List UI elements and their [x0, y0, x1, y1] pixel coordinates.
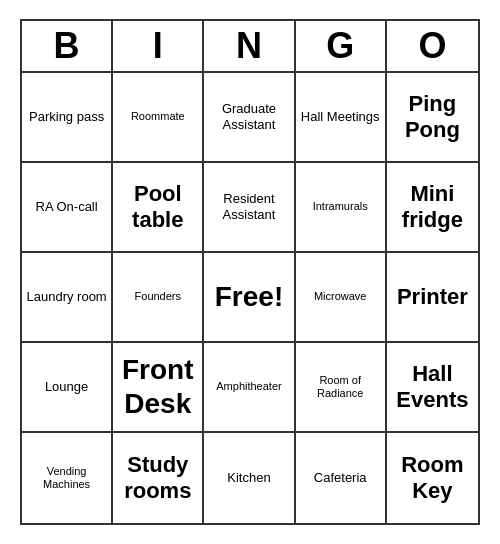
bingo-cell: RA On-call	[22, 163, 113, 253]
cell-text: Resident Assistant	[208, 191, 289, 222]
cell-text: Roommate	[131, 110, 185, 123]
bingo-cell: Roommate	[113, 73, 204, 163]
bingo-cell: Lounge	[22, 343, 113, 433]
bingo-cell: Laundry room	[22, 253, 113, 343]
cell-text: Study rooms	[117, 452, 198, 505]
bingo-cell: Front Desk	[113, 343, 204, 433]
bingo-cell: Intramurals	[296, 163, 387, 253]
bingo-cell: Room of Radiance	[296, 343, 387, 433]
header-letter: I	[113, 21, 204, 71]
bingo-cell: Amphitheater	[204, 343, 295, 433]
header-letter: O	[387, 21, 478, 71]
bingo-header: BINGO	[22, 21, 478, 73]
cell-text: Kitchen	[227, 470, 270, 486]
bingo-cell: Kitchen	[204, 433, 295, 523]
cell-text: Mini fridge	[391, 181, 474, 234]
bingo-cell: Hall Meetings	[296, 73, 387, 163]
cell-text: Intramurals	[313, 200, 368, 213]
bingo-cell: Study rooms	[113, 433, 204, 523]
bingo-cell: Hall Events	[387, 343, 478, 433]
cell-text: Founders	[135, 290, 181, 303]
cell-text: Hall Events	[391, 361, 474, 414]
cell-text: Printer	[397, 284, 468, 310]
bingo-cell: Resident Assistant	[204, 163, 295, 253]
bingo-cell: Cafeteria	[296, 433, 387, 523]
bingo-grid: Parking passRoommateGraduate AssistantHa…	[22, 73, 478, 523]
header-letter: G	[296, 21, 387, 71]
bingo-cell: Parking pass	[22, 73, 113, 163]
cell-text: Parking pass	[29, 109, 104, 125]
cell-text: Graduate Assistant	[208, 101, 289, 132]
bingo-cell: Printer	[387, 253, 478, 343]
bingo-cell: Graduate Assistant	[204, 73, 295, 163]
header-letter: N	[204, 21, 295, 71]
cell-text: Room Key	[391, 452, 474, 505]
bingo-cell: Free!	[204, 253, 295, 343]
cell-text: Room of Radiance	[300, 374, 381, 400]
cell-text: Laundry room	[26, 289, 106, 305]
bingo-cell: Pool table	[113, 163, 204, 253]
bingo-card: BINGO Parking passRoommateGraduate Assis…	[20, 19, 480, 525]
cell-text: Front Desk	[117, 353, 198, 420]
cell-text: Hall Meetings	[301, 109, 380, 125]
bingo-cell: Founders	[113, 253, 204, 343]
bingo-cell: Mini fridge	[387, 163, 478, 253]
cell-text: Ping Pong	[391, 91, 474, 144]
cell-text: Lounge	[45, 379, 88, 395]
cell-text: Microwave	[314, 290, 367, 303]
cell-text: Vending Machines	[26, 465, 107, 491]
header-letter: B	[22, 21, 113, 71]
cell-text: Pool table	[117, 181, 198, 234]
bingo-cell: Vending Machines	[22, 433, 113, 523]
cell-text: Amphitheater	[216, 380, 281, 393]
bingo-cell: Ping Pong	[387, 73, 478, 163]
bingo-cell: Room Key	[387, 433, 478, 523]
cell-text: Cafeteria	[314, 470, 367, 486]
cell-text: RA On-call	[36, 199, 98, 215]
cell-text: Free!	[215, 280, 283, 314]
bingo-cell: Microwave	[296, 253, 387, 343]
